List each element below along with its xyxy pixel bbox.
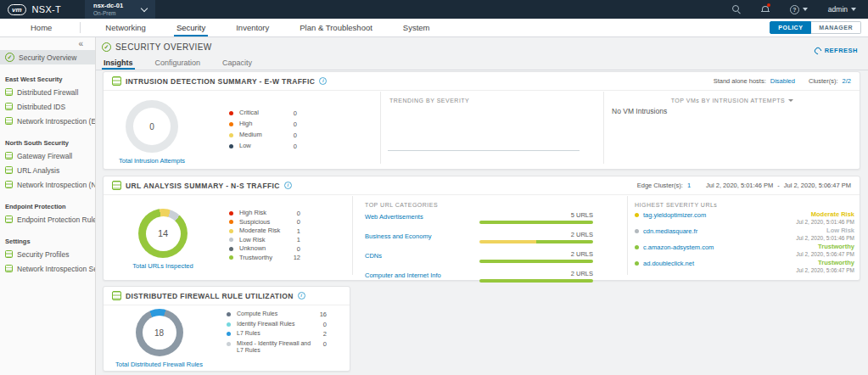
sidebar-item-security-overview[interactable]: ✓ Security Overview [0,50,95,64]
sidebar-section-title: North South Security [0,137,95,148]
sidebar-item-url-analysis[interactable]: URL Analysis [0,163,95,177]
nav-tab-inventory[interactable]: Inventory [233,19,272,36]
edge-cluster-label: Edge Cluster(s): [637,182,683,189]
instance-environment: On-Prem [93,10,123,17]
manager-mode-button[interactable]: MANAGER [811,21,861,34]
sidebar-item-network-introspection-ns[interactable]: Network Introspection (N-S) [0,177,95,192]
clusters-value[interactable]: 2/2 [843,77,851,85]
info-icon[interactable]: i [284,182,292,189]
legend-bullet [229,144,233,148]
sidebar-section-east-west: East West Security Distributed Firewall … [0,74,95,128]
legend-row: High Risk 0 [229,209,300,218]
sidebar-item-label: Network Introspection (E-W) [17,117,95,126]
legend-row: Trustworthy 12 [229,254,300,263]
sidebar-item-label: Network Introspection Setti.. [17,265,95,273]
edge-cluster-value[interactable]: 1 [687,182,691,189]
category-count: 2 URLS [479,231,593,238]
instance-selector[interactable]: nsx-dc-01 On-Prem [85,0,155,19]
dfw-donut-chart: 18 [136,309,183,356]
sidebar-item-distributed-ids[interactable]: Distributed IDS [0,99,95,114]
card-title: URL ANALYSIS SUMMARY - N-S TRAFFIC [126,182,280,190]
refresh-button[interactable]: REFRESH [815,47,858,54]
standalone-hosts-label: Stand alone hosts: [714,77,766,85]
severity-label: Moderate Risk [796,211,854,218]
category-link[interactable]: Web Advertisements [365,210,479,230]
sidebar-item-network-introspection-ew[interactable]: Network Introspection (E-W) [0,114,95,128]
category-link[interactable]: CDNs [365,249,479,269]
trending-by-severity-panel: TRENDING BY SEVERITY [380,92,604,164]
product-name: NSX-T [32,4,62,14]
severity-bullet [635,229,639,233]
username: admin [828,5,848,14]
nav-tab-security[interactable]: Security [174,19,208,36]
info-icon[interactable]: i [298,292,305,299]
category-bar [479,260,593,263]
user-menu[interactable]: admin [828,5,856,14]
legend-bullet [227,312,231,316]
sidebar-collapse-button[interactable]: « [0,37,95,50]
time-range-start: Jul 2, 2020, 5:01:46 PM [706,182,773,189]
overview-tabs: Insights Configuration Capacity [96,56,868,70]
url-row: cdn.mediasquare.fr Low Risk Jul 2, 2020,… [635,227,854,243]
total-dfw-rules-link[interactable]: Total Distributed Firewall Rules [115,361,203,368]
legend-bullet [229,211,233,215]
url-link[interactable]: tag.yieldoptimizer.com [643,211,706,219]
caret-down-icon[interactable] [788,99,793,102]
total-urls-inspected-link[interactable]: Total URLs Inspected [132,262,193,270]
help-menu[interactable]: ? [790,5,808,14]
search-icon [732,5,741,14]
legend-row: Identity Firewall Rules 0 [227,321,327,328]
network-introspection-icon [5,181,13,188]
gateway-firewall-icon [5,152,13,160]
category-count: 5 URLS [479,211,593,219]
search-button[interactable] [732,5,741,14]
category-row: Web Advertisements 5 URLS [365,210,593,230]
vmware-logo: vm [8,4,26,15]
url-link[interactable]: cdn.mediasquare.fr [643,227,697,235]
sidebar-item-distributed-firewall[interactable]: Distributed Firewall [0,85,95,99]
standalone-hosts-value[interactable]: Disabled [770,77,795,85]
sidebar-item-label: Distributed IDS [17,103,65,111]
nav-tab-networking[interactable]: Networking [103,19,148,36]
tab-capacity[interactable]: Capacity [221,56,254,70]
nav-divider [80,22,81,33]
tab-insights[interactable]: Insights [102,56,135,70]
info-icon[interactable]: i [319,77,327,85]
category-row: CDNs 2 URLS [365,249,593,269]
top-url-categories-panel: TOP URL CATEGORIES Web Advertisements 5 … [352,196,628,275]
policy-manager-switch: POLICY MANAGER [770,19,861,36]
url-link[interactable]: ad.doubleclick.net [643,260,694,267]
sidebar-section-title: Settings [0,236,95,247]
category-link[interactable]: Business and Economy [365,230,479,249]
notifications-button[interactable] [761,5,770,14]
firewall-rules-icon [112,291,121,300]
nav-tab-home[interactable]: Home [28,19,54,36]
nav-tab-plan-troubleshoot[interactable]: Plan & Troubleshoot [297,19,375,36]
url-analysis-icon [5,166,13,174]
time-range-end: Jul 2, 2020, 5:06:47 PM [784,182,851,189]
severity-bullet [635,261,639,266]
sidebar-item-security-profiles[interactable]: Security Profiles [0,247,95,261]
sidebar-item-endpoint-protection-rules[interactable]: Endpoint Protection Rules [0,212,95,227]
intrusion-total: 0 [149,122,154,132]
network-introspection-icon [5,117,13,125]
sidebar-item-gateway-firewall[interactable]: Gateway Firewall [0,148,95,163]
legend-bullet [229,111,233,115]
url-link[interactable]: c.amazon-adsystem.com [643,243,714,251]
url-donut-chart: 14 [138,209,188,258]
trend-axis [388,150,580,151]
sidebar-item-label: Distributed Firewall [17,88,78,97]
help-icon: ? [790,5,799,14]
total-intrusion-attempts-link[interactable]: Total Intrusion Attempts [119,157,185,165]
category-count: 2 URLS [479,270,593,277]
category-bar [479,240,593,243]
policy-mode-button[interactable]: POLICY [770,21,811,34]
nav-tab-system[interactable]: System [400,19,433,36]
url-row: c.amazon-adsystem.com Trustworthy Jul 2,… [635,243,854,260]
highest-severity-urls-panel: HIGHEST SEVERITY URLs tag.yieldoptimizer… [628,196,860,280]
sidebar-item-label: Security Profiles [17,250,69,259]
category-link[interactable]: Computer and Internet Info [365,269,479,288]
trending-title: TRENDING BY SEVERITY [389,98,469,104]
tab-configuration[interactable]: Configuration [154,56,203,70]
sidebar-item-network-introspection-settings[interactable]: Network Introspection Setti.. [0,261,95,276]
